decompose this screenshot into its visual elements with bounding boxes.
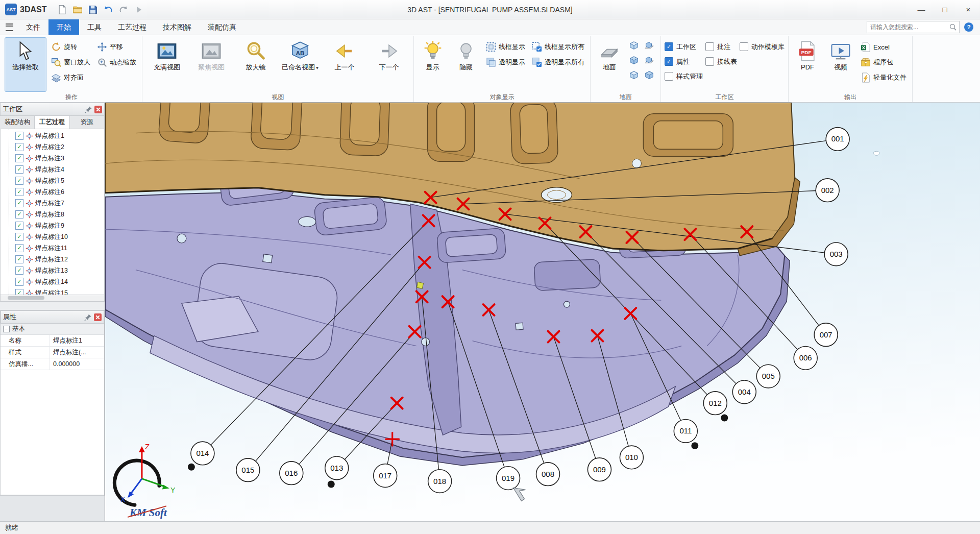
package-button[interactable]: 程序包	[859, 55, 909, 69]
rotate-button[interactable]: 旋转	[49, 40, 92, 54]
tree-item-checkbox[interactable]: ✓	[15, 266, 23, 275]
balloon-010[interactable]: 010	[620, 446, 643, 469]
property-value[interactable]: 焊点标注(...	[50, 347, 104, 358]
wireframe-button[interactable]: 线框显示	[484, 40, 527, 54]
tree-item[interactable]: ✓焊点标注12	[14, 254, 104, 265]
hide-button[interactable]: 隐藏	[451, 37, 481, 92]
fit-view-button[interactable]: 充满视图	[146, 37, 188, 92]
selected-weld-point[interactable]	[417, 282, 424, 288]
scrollbar-thumb[interactable]	[8, 296, 44, 300]
tree-item-checkbox[interactable]: ✓	[15, 289, 23, 295]
tree-item-checkbox[interactable]: ✓	[15, 143, 23, 151]
tree-item[interactable]: ✓焊点标注15	[14, 287, 104, 295]
balloon-016[interactable]: 016	[280, 462, 303, 485]
magnifier-button[interactable]: 放大镜	[235, 37, 277, 92]
balloon-011[interactable]: 011	[674, 419, 697, 443]
balloon-013[interactable]: 013	[325, 456, 349, 480]
tree-item-checkbox[interactable]: ✓	[15, 222, 23, 230]
tree-item-checkbox[interactable]: ✓	[15, 165, 23, 174]
balloon-008[interactable]: 008	[536, 463, 560, 486]
undo-icon[interactable]	[103, 5, 113, 15]
balloon-015[interactable]: 015	[236, 458, 260, 482]
tree-item[interactable]: ✓焊点标注2	[14, 141, 104, 153]
tree-h-scrollbar[interactable]	[0, 295, 105, 302]
ground-cube-icon-5[interactable]	[627, 69, 641, 82]
window-zoom-button[interactable]: 窗口放大	[49, 55, 92, 69]
viewport[interactable]: 0010020030040050060070080090100110120130…	[105, 103, 980, 521]
ribbon-check-0-2[interactable]: 样式管理	[665, 69, 703, 83]
tree-item[interactable]: ✓焊点标注5	[14, 175, 104, 186]
select-pick-button[interactable]: 选择拾取	[5, 37, 46, 92]
balloon-001[interactable]: 001	[826, 128, 849, 151]
named-views-button[interactable]: AB 已命名视图▾	[279, 37, 321, 92]
tree-item[interactable]: ✓焊点标注11	[14, 242, 104, 254]
tree-item[interactable]: ✓焊点标注7	[14, 198, 104, 209]
pin-icon[interactable]	[85, 106, 92, 113]
excel-button[interactable]: Excel	[859, 40, 909, 54]
property-value[interactable]: 焊点标注1	[50, 335, 104, 346]
close-panel-icon[interactable]	[94, 106, 102, 113]
maximize-button[interactable]: □	[933, 0, 957, 19]
ribbon-check-0-0[interactable]: ✓工作区	[665, 40, 703, 54]
balloon-003[interactable]: 003	[824, 242, 848, 266]
tree-item[interactable]: ✓焊点标注4	[14, 164, 104, 175]
property-row-sim[interactable]: 仿真播... 0.000000	[1, 358, 104, 370]
ribbon-check-1-1[interactable]: 接线表	[705, 55, 737, 68]
ground-cube-icon-6[interactable]	[643, 69, 656, 82]
tree-list[interactable]: ✓焊点标注1✓焊点标注2✓焊点标注3✓焊点标注4✓焊点标注5✓焊点标注6✓焊点标…	[0, 129, 105, 295]
minimize-button[interactable]: —	[910, 0, 933, 19]
tree-item-checkbox[interactable]: ✓	[15, 188, 23, 196]
ribbon-check-2-0[interactable]: 动作模板库	[740, 40, 785, 54]
help-icon[interactable]: ?	[964, 22, 974, 32]
tab-resources[interactable]: 资源	[70, 116, 105, 129]
property-value[interactable]: 0.000000	[50, 358, 104, 370]
transparent-button[interactable]: 透明显示	[484, 55, 527, 69]
open-file-icon[interactable]	[72, 5, 83, 15]
pdf-button[interactable]: PDF PDF	[792, 37, 823, 92]
property-section-basic[interactable]: − 基本	[1, 324, 104, 335]
ground-cube-icon-3[interactable]	[627, 55, 641, 67]
close-panel-icon[interactable]	[94, 313, 102, 321]
balloon-019[interactable]: 019	[497, 467, 520, 490]
tab-process-tree[interactable]: 工艺过程	[35, 116, 69, 129]
tree-item[interactable]: ✓焊点标注13	[14, 265, 104, 276]
pan-button[interactable]: 平移	[95, 40, 138, 54]
tree-item-checkbox[interactable]: ✓	[15, 233, 23, 241]
balloon-007[interactable]: 007	[814, 323, 838, 347]
align-face-button[interactable]: 对齐面	[49, 70, 92, 85]
ground-cube-icon-4[interactable]	[643, 55, 656, 67]
balloon-009[interactable]: 009	[587, 458, 611, 481]
cad-scene[interactable]: 0010020030040050060070080090100110120130…	[105, 103, 980, 521]
search-input[interactable]	[869, 23, 949, 31]
ground-cube-icon-2[interactable]	[643, 40, 656, 52]
menu-icon[interactable]	[6, 23, 13, 31]
search-box[interactable]	[867, 21, 960, 33]
collapse-icon[interactable]: −	[3, 326, 10, 332]
balloon-018[interactable]: 018	[428, 470, 452, 493]
ground-cube-icon-1[interactable]	[627, 40, 641, 52]
tree-item-checkbox[interactable]: ✓	[15, 132, 23, 140]
play-icon[interactable]	[134, 5, 144, 15]
tree-item-checkbox[interactable]: ✓	[15, 278, 23, 286]
new-file-icon[interactable]	[57, 5, 67, 15]
video-button[interactable]: 视频	[825, 37, 856, 92]
tree-item-checkbox[interactable]: ✓	[15, 244, 23, 252]
tab-tech-illustration[interactable]: 技术图解	[155, 19, 200, 35]
tree-item[interactable]: ✓焊点标注9	[14, 220, 104, 231]
tab-file[interactable]: 文件	[18, 19, 48, 35]
tree-item-checkbox[interactable]: ✓	[15, 255, 23, 263]
property-row-style[interactable]: 样式 焊点标注(...	[1, 347, 104, 358]
balloon-005[interactable]: 005	[756, 365, 780, 388]
lightweight-file-button[interactable]: 轻量化文件	[859, 70, 909, 85]
transparent-all-button[interactable]: 透明显示所有	[530, 55, 586, 69]
ribbon-check-0-1[interactable]: ✓属性	[665, 55, 703, 68]
balloon-006[interactable]: 006	[794, 347, 817, 370]
tree-item-checkbox[interactable]: ✓	[15, 210, 23, 219]
tree-item[interactable]: ✓焊点标注8	[14, 209, 104, 220]
ground-button[interactable]: 地面	[594, 37, 625, 92]
wireframe-all-button[interactable]: 线框显示所有	[530, 40, 586, 54]
tab-process[interactable]: 工艺过程	[110, 19, 155, 35]
balloon-014[interactable]: 014	[191, 442, 214, 465]
property-row-name[interactable]: 名称 焊点标注1	[1, 335, 104, 347]
close-button[interactable]: ×	[957, 0, 980, 19]
